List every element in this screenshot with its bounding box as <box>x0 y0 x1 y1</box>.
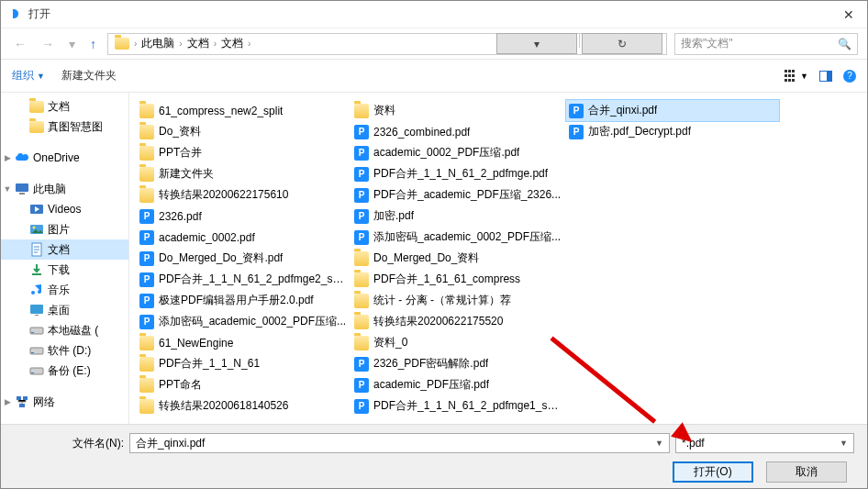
chevron-right-icon: › <box>134 39 137 49</box>
tree-node[interactable]: ▶网络 <box>1 392 128 412</box>
file-item[interactable]: Do_资料 <box>137 121 350 142</box>
window-title: 打开 <box>28 6 50 22</box>
tree-node[interactable]: 音乐 <box>1 280 128 300</box>
dropdown-icon[interactable]: ▼ <box>840 439 848 448</box>
tree-label: 图片 <box>48 222 70 238</box>
file-item[interactable]: 转换结果20200618140526 <box>137 395 350 417</box>
breadcrumb-this-pc[interactable]: 此电脑 <box>139 36 177 51</box>
expand-icon[interactable]: ▼ <box>1 184 14 194</box>
path-dropdown[interactable]: ▾ <box>496 33 577 54</box>
dropdown-icon[interactable]: ▼ <box>655 439 663 448</box>
folder-icon <box>139 378 154 393</box>
close-icon[interactable]: ✕ <box>838 6 860 24</box>
filename-input[interactable]: 合并_qinxi.pdf ▼ <box>129 433 670 453</box>
file-list[interactable]: 61_compress_new2_splitDo_资料PPT合并新建文件夹转换结… <box>129 93 867 425</box>
tree-node[interactable]: 下载 <box>1 260 128 280</box>
file-item[interactable]: P2326.pdf <box>137 206 350 227</box>
expand-icon[interactable]: ▶ <box>1 153 14 162</box>
tree-node[interactable]: Videos <box>1 199 128 219</box>
nav-tree[interactable]: 文档真图智慧图▶OneDrive▼此电脑Videos图片文档下载音乐桌面本地磁盘… <box>1 93 129 425</box>
file-item[interactable]: 转换结果20200622175520 <box>351 311 564 332</box>
tree-node[interactable]: 真图智慧图 <box>1 117 128 137</box>
svg-rect-1 <box>19 193 25 194</box>
file-name: Do_Merged_Do_资料.pdf <box>159 250 283 266</box>
file-item[interactable]: Pacademic_PDF压缩.pdf <box>351 374 564 395</box>
folder-icon <box>354 336 369 350</box>
forward-button: → <box>38 35 58 53</box>
file-item[interactable]: 资料_0 <box>351 332 564 353</box>
file-item[interactable]: P合并_qinxi.pdf <box>566 100 779 121</box>
tree-node[interactable]: ▼此电脑 <box>1 179 128 199</box>
tree-label: 软件 (D:) <box>48 343 91 359</box>
file-item[interactable]: Pacademic_0002_PDF压缩.pdf <box>351 142 564 163</box>
file-item[interactable]: PPDF合并_academic_PDF压缩_2326... <box>351 184 564 206</box>
filetype-dropdown[interactable]: *.pdf ▼ <box>675 433 854 453</box>
file-item[interactable]: 统计 - 分离 -（常规计算）荐 <box>351 290 564 311</box>
tree-node[interactable]: 桌面 <box>1 300 128 320</box>
breadcrumb-docs1[interactable]: 文档 <box>184 36 212 51</box>
tree-node[interactable]: 文档 <box>1 239 128 260</box>
disk-icon <box>28 323 45 338</box>
file-name: PDF合并_1_1_N_61 <box>159 356 260 372</box>
file-name: academic_PDF压缩.pdf <box>373 377 489 393</box>
cancel-button[interactable]: 取消 <box>766 461 847 483</box>
file-item[interactable]: P加密.pdf_Decrypt.pdf <box>566 121 779 142</box>
tree-node[interactable]: 图片 <box>1 219 128 239</box>
recent-dropdown[interactable]: ▾ <box>65 35 79 53</box>
back-button[interactable]: ← <box>10 35 30 53</box>
file-item[interactable]: PDF合并_1_61_61_compress <box>351 269 564 290</box>
file-item[interactable]: 新建文件夹 <box>137 163 350 184</box>
svg-rect-0 <box>16 183 28 192</box>
refresh-button[interactable]: ↻ <box>582 33 662 54</box>
file-item[interactable]: 61_compress_new2_split <box>137 100 350 121</box>
file-item[interactable]: P极速PDF编辑器用户手册2.0.pdf <box>137 290 350 311</box>
folder-icon <box>139 146 154 161</box>
file-item[interactable]: P添加密码_academic_0002_PDF压缩... <box>137 311 350 332</box>
file-item[interactable]: PPDF合并_1_1_N_61_2_pdfmge1_sp... <box>351 395 564 417</box>
file-item[interactable]: Do_Merged_Do_资料 <box>351 248 564 269</box>
pdf-icon: P <box>354 378 369 393</box>
expand-icon[interactable]: ▶ <box>1 397 14 406</box>
file-name: 2326_PDF密码解除.pdf <box>373 356 488 372</box>
open-button[interactable]: 打开(O) <box>673 461 753 483</box>
breadcrumb-docs2[interactable]: 文档 <box>218 36 246 51</box>
file-item[interactable]: 转换结果20200622175610 <box>137 184 350 206</box>
svg-rect-11 <box>31 352 34 353</box>
file-name: 资料_0 <box>373 335 407 350</box>
file-item[interactable]: 61_NewEngine <box>137 332 350 353</box>
view-mode-button[interactable]: ▼ <box>785 70 808 83</box>
file-item[interactable]: P添加密码_academic_0002_PDF压缩... <box>351 227 564 248</box>
file-item[interactable]: PDo_Merged_Do_资料.pdf <box>137 248 350 269</box>
file-item[interactable]: PPT命名 <box>137 374 350 395</box>
search-input[interactable]: 搜索"文档" 🔍 <box>674 33 858 55</box>
desktop-icon <box>28 303 45 317</box>
tree-node[interactable]: ▶OneDrive <box>1 148 128 168</box>
folder-icon <box>139 399 154 414</box>
preview-pane-toggle[interactable] <box>819 71 832 82</box>
tree-node[interactable]: 本地磁盘 ( <box>1 320 128 340</box>
tree-label: 下载 <box>48 262 70 278</box>
file-item[interactable]: PPDF合并_1_1_N_61_2_pdfmge2_sp... <box>137 269 350 290</box>
file-name: 转换结果20200622175610 <box>159 187 288 203</box>
pdf-icon: P <box>354 230 369 245</box>
file-item[interactable]: PPDF合并_1_1_N_61_2_pdfmge.pdf <box>351 163 564 184</box>
filename-label: 文件名(N): <box>69 436 124 451</box>
folder-icon <box>28 119 45 134</box>
file-item[interactable]: P2326_PDF密码解除.pdf <box>351 353 564 374</box>
up-button[interactable]: ↑ <box>86 35 100 53</box>
pdf-icon: P <box>354 357 369 372</box>
tree-node[interactable]: 备份 (E:) <box>1 361 128 381</box>
tree-node[interactable]: 软件 (D:) <box>1 340 128 361</box>
file-item[interactable]: Pacademic_0002.pdf <box>137 227 350 248</box>
tree-label: 真图智慧图 <box>48 119 103 135</box>
help-icon[interactable]: ? <box>843 70 856 83</box>
organize-button[interactable]: 组织 ▼ <box>12 68 45 83</box>
breadcrumb[interactable]: › 此电脑 › 文档 › 文档 › ▾↻ <box>107 33 667 55</box>
file-item[interactable]: P2326_combined.pdf <box>351 121 564 142</box>
new-folder-button[interactable]: 新建文件夹 <box>61 68 117 83</box>
file-item[interactable]: P加密.pdf <box>351 206 564 227</box>
file-item[interactable]: 资料 <box>351 100 564 121</box>
file-item[interactable]: PPT合并 <box>137 142 350 163</box>
tree-node[interactable]: 文档 <box>1 96 128 117</box>
file-item[interactable]: PDF合并_1_1_N_61 <box>137 353 350 374</box>
